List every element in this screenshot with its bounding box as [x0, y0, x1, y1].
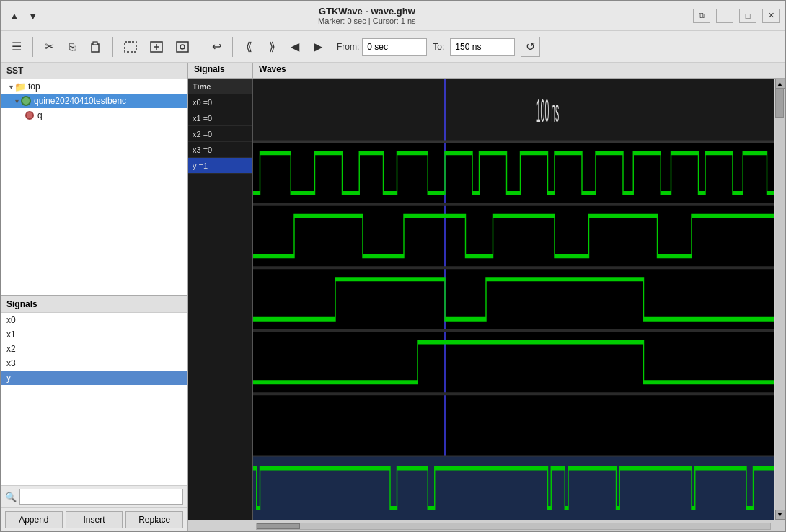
separator-3: [200, 37, 200, 57]
scroll-up-btn[interactable]: ▲: [6, 9, 22, 23]
from-input[interactable]: [362, 38, 427, 56]
tree-label-quine: quine20240410testbenc: [34, 96, 126, 106]
tree-item-q[interactable]: q: [1, 108, 187, 123]
zoom-box-btn[interactable]: [119, 37, 142, 56]
right-area: Signals Waves Time x0 =0 x1 =0: [188, 63, 785, 531]
zoom-select-btn[interactable]: [171, 37, 194, 56]
sw-row-y[interactable]: y =1: [188, 158, 252, 174]
svg-rect-2: [125, 42, 136, 52]
window-title: GTKWave - wave.ghw: [319, 6, 415, 17]
separator-2: [112, 37, 113, 57]
vscroll-thumb[interactable]: [775, 89, 784, 118]
sw-header: Signals Waves: [188, 63, 785, 79]
sst-tree: ▾ 📁 top ▾ quine20240410testbenc q: [1, 79, 187, 296]
sw-row-x2[interactable]: x2 =0: [188, 126, 252, 142]
top-arrow: ▾: [9, 83, 13, 91]
signal-x0[interactable]: x0: [1, 313, 187, 327]
separator-4: [232, 37, 233, 57]
signal-x2[interactable]: x2: [1, 342, 187, 356]
hscroll-thumb[interactable]: [257, 523, 300, 529]
time-header: Time: [188, 79, 252, 94]
copy-btn[interactable]: ⎘: [62, 38, 82, 56]
waves-col[interactable]: 100 ns: [253, 79, 774, 520]
svg-rect-0: [92, 44, 99, 52]
svg-text:100 ns: 100 ns: [536, 93, 559, 129]
top-folder-icon: 📁: [14, 81, 26, 92]
append-btn[interactable]: Append: [5, 511, 63, 528]
hamburger-btn[interactable]: ☰: [6, 37, 27, 56]
signals-list: x0 x1 x2 x3 y: [1, 313, 187, 485]
to-input[interactable]: [450, 38, 515, 56]
go-start-btn[interactable]: ⟪: [239, 37, 259, 56]
search-bar: 🔍: [1, 485, 187, 507]
sw-row-x1[interactable]: x1 =0: [188, 110, 252, 126]
waveform-svg: 100 ns: [253, 79, 774, 520]
go-end-btn[interactable]: ⟫: [262, 37, 282, 56]
from-label: From:: [337, 42, 359, 52]
sst-panel: SST ▾ 📁 top ▾ quine20240410testbenc: [1, 63, 188, 531]
svg-rect-6: [177, 42, 188, 52]
waves-col-header: Waves: [253, 63, 785, 78]
titlebar-right: ⧉ — □ ✕: [693, 9, 780, 23]
paste-btn[interactable]: [85, 37, 107, 56]
main-area: SST ▾ 📁 top ▾ quine20240410testbenc: [1, 63, 785, 531]
tree-label-q: q: [37, 110, 43, 120]
tree-item-top[interactable]: ▾ 📁 top: [1, 79, 187, 94]
vertical-scrollbar[interactable]: ▲ ▼: [774, 79, 785, 520]
signals-col-header: Signals: [188, 63, 253, 78]
main-window: ▲ ▼ GTKWave - wave.ghw Marker: 0 sec | C…: [0, 0, 786, 532]
quine-module-icon: [20, 95, 32, 107]
signals-header: Signals: [1, 296, 187, 313]
tree-item-quine[interactable]: ▾ quine20240410testbenc: [1, 94, 187, 108]
sw-row-x0[interactable]: x0 =0: [188, 94, 252, 110]
prev-btn[interactable]: ◀: [285, 37, 305, 56]
replace-btn[interactable]: Replace: [125, 511, 183, 528]
svg-rect-8: [253, 79, 774, 520]
titlebar-center: GTKWave - wave.ghw Marker: 0 sec | Curso…: [41, 6, 693, 25]
signal-x1[interactable]: x1: [1, 327, 187, 342]
to-label: To:: [433, 42, 444, 52]
insert-btn[interactable]: Insert: [66, 511, 123, 528]
undo-btn[interactable]: ↩: [206, 37, 226, 56]
cut-btn[interactable]: ✂: [39, 37, 59, 56]
svg-rect-9: [253, 79, 774, 141]
minimize-btn[interactable]: —: [716, 9, 733, 23]
titlebar-left: ▲ ▼: [6, 9, 41, 23]
quine-arrow: ▾: [15, 97, 19, 105]
signal-x3[interactable]: x3: [1, 356, 187, 371]
signals-section: Signals x0 x1 x2 x3 y 🔍 Append Insert Re…: [1, 296, 187, 531]
sw-container: Time x0 =0 x1 =0 x2 =0 x3 =0: [188, 79, 785, 520]
scroll-down-btn[interactable]: ▼: [25, 9, 41, 23]
q-signal-icon: [24, 110, 35, 121]
svg-point-7: [180, 45, 185, 49]
separator-1: [32, 37, 33, 57]
reload-btn[interactable]: ↺: [521, 37, 540, 57]
signals-dark-col: Time x0 =0 x1 =0 x2 =0 x3 =0: [188, 79, 253, 520]
maximize-btn[interactable]: □: [739, 9, 756, 23]
vscroll-down[interactable]: ▼: [775, 510, 785, 520]
hscroll-track[interactable]: [256, 523, 771, 530]
restore-btn[interactable]: ⧉: [693, 9, 710, 23]
sw-row-x3[interactable]: x3 =0: [188, 142, 252, 158]
titlebar: ▲ ▼ GTKWave - wave.ghw Marker: 0 sec | C…: [1, 1, 785, 31]
toolbar: ☰ ✂ ⎘ ↩ ⟪ ⟫ ◀ ▶ From: To: ↺: [1, 31, 785, 63]
svg-rect-1: [93, 42, 97, 45]
search-icon: 🔍: [5, 492, 17, 502]
signal-y[interactable]: y: [1, 371, 187, 385]
bottom-buttons: Append Insert Replace: [1, 507, 187, 531]
sst-header: SST: [1, 63, 187, 79]
close-btn[interactable]: ✕: [762, 9, 780, 23]
vscroll-track[interactable]: [775, 89, 785, 510]
zoom-fit-btn[interactable]: [145, 37, 168, 56]
next-btn[interactable]: ▶: [308, 37, 328, 56]
vscroll-up[interactable]: ▲: [775, 79, 785, 89]
search-input[interactable]: [19, 489, 183, 505]
horizontal-scrollbar[interactable]: [188, 520, 785, 531]
tree-label-top: top: [28, 81, 40, 92]
window-subtitle: Marker: 0 sec | Cursor: 1 ns: [318, 17, 416, 25]
